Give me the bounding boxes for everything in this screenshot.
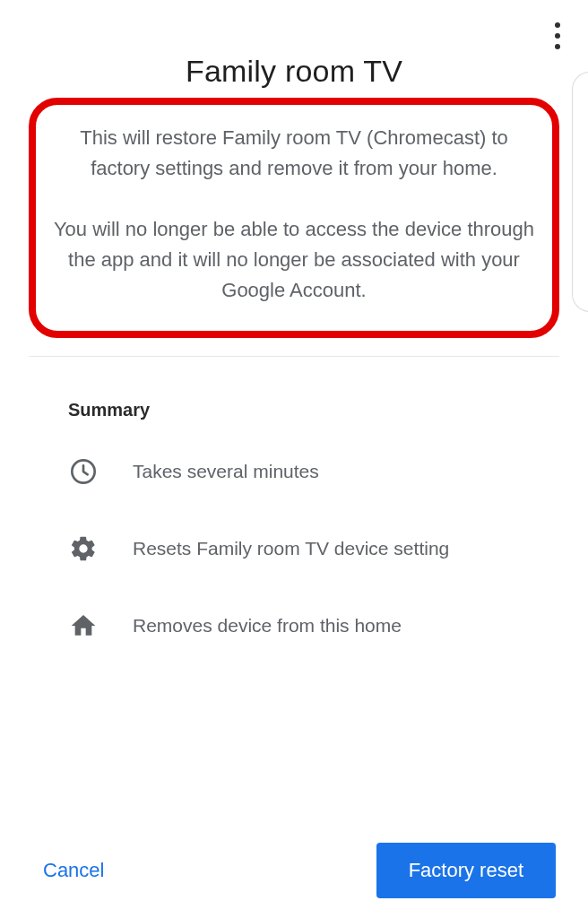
list-item: Takes several minutes	[68, 456, 538, 487]
warning-highlight: This will restore Family room TV (Chrome…	[29, 98, 559, 338]
summary-section: Summary Takes several minutes Resets Fam…	[68, 400, 538, 641]
gear-icon	[68, 533, 99, 564]
cancel-button[interactable]: Cancel	[39, 850, 108, 891]
side-indicator	[572, 72, 588, 312]
page-title: Family room TV	[0, 54, 588, 89]
more-menu-icon[interactable]	[545, 18, 570, 54]
summary-item-label: Removes device from this home	[133, 615, 402, 637]
divider	[29, 356, 559, 357]
summary-item-label: Takes several minutes	[133, 461, 319, 482]
warning-text-2: You will no longer be able to access the…	[50, 214, 538, 306]
list-item: Resets Family room TV device setting	[68, 533, 538, 564]
clock-icon	[68, 456, 99, 487]
factory-reset-button[interactable]: Factory reset	[376, 843, 556, 898]
warning-text-1: This will restore Family room TV (Chrome…	[50, 123, 538, 184]
home-icon	[68, 611, 99, 641]
summary-heading: Summary	[68, 400, 538, 420]
summary-item-label: Resets Family room TV device setting	[133, 538, 449, 559]
list-item: Removes device from this home	[68, 611, 538, 641]
footer-actions: Cancel Factory reset	[0, 843, 588, 898]
